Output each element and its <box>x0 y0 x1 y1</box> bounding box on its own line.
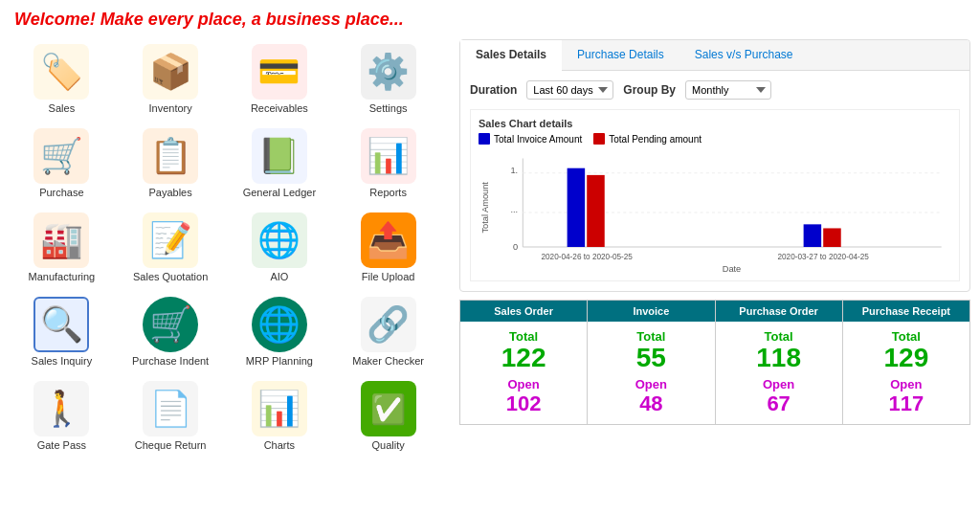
stat-purchase-order-total-label: Total <box>721 329 837 344</box>
indent-icon-item[interactable]: 🛒 Purchase Indent <box>119 292 223 371</box>
inventory-label: Inventory <box>149 102 192 114</box>
filters-row: Duration Last 60 days Last 30 days Last … <box>470 80 960 100</box>
reports-icon-item[interactable]: 📊 Reports <box>336 123 440 203</box>
right-panel: Sales Details Purchase Details Sales v/s… <box>450 34 980 460</box>
quality-icon-item[interactable]: ✅ Quality <box>336 376 440 456</box>
maker-icon-item[interactable]: 🔗 Maker Checker <box>336 292 440 371</box>
groupby-label: Group By <box>623 83 676 97</box>
sales-icon: 🏷️ <box>33 44 89 100</box>
stat-purchase-order-total-value: 118 <box>721 344 837 373</box>
ledger-label: General Ledger <box>243 187 316 198</box>
svg-rect-9 <box>587 175 605 247</box>
svg-text:2020-03-27 to 2020-04-25: 2020-03-27 to 2020-04-25 <box>777 253 869 261</box>
stat-invoice-open-value: 48 <box>592 391 709 416</box>
stat-purchase-order-header: Purchase Order <box>716 301 842 322</box>
purchase-icon-item[interactable]: 🛒 Purchase <box>10 123 114 203</box>
reports-label: Reports <box>369 187 407 198</box>
svg-rect-8 <box>568 168 586 247</box>
chart-svg: Total Amount 0 ... 1. <box>479 150 951 275</box>
duration-label: Duration <box>470 83 517 97</box>
ledger-icon: 📗 <box>252 128 307 184</box>
legend-invoice-label: Total Invoice Amount <box>494 134 582 145</box>
maker-icon: 🔗 <box>361 297 416 352</box>
chart-legend: Total Invoice Amount Total Pending amoun… <box>479 133 951 145</box>
svg-text:Date: Date <box>723 264 742 274</box>
stats-row: Sales Order Total 122 Open 102 Invoice T… <box>459 300 970 425</box>
tabs-container: Sales Details Purchase Details Sales v/s… <box>459 39 970 292</box>
groupby-select[interactable]: Monthly Weekly Daily <box>685 80 771 100</box>
stat-purchase-order[interactable]: Purchase Order Total 118 Open 67 <box>716 301 842 424</box>
receivables-icon-item[interactable]: 💳 Receivables <box>228 39 332 119</box>
svg-text:2020-04-26 to 2020-05-25: 2020-04-26 to 2020-05-25 <box>541 253 633 261</box>
stat-purchase-receipt-total-label: Total <box>848 329 965 344</box>
charts-label: Charts <box>264 439 295 451</box>
duration-select[interactable]: Last 60 days Last 30 days Last 90 days <box>526 80 613 100</box>
stat-purchase-receipt-open-value: 117 <box>848 391 965 416</box>
stat-invoice[interactable]: Invoice Total 55 Open 48 <box>588 301 714 424</box>
purchase-icon: 🛒 <box>33 128 89 184</box>
mrp-icon-item[interactable]: 🌐 MRP Planning <box>228 292 332 371</box>
mrp-icon: 🌐 <box>252 297 307 352</box>
legend-invoice: Total Invoice Amount <box>479 133 582 145</box>
stat-purchase-order-open-label: Open <box>721 377 837 391</box>
receivables-label: Receivables <box>251 102 308 114</box>
receivables-icon: 💳 <box>252 44 307 100</box>
settings-icon-item[interactable]: ⚙️ Settings <box>336 39 440 119</box>
cheque-label: Cheque Return <box>135 439 207 451</box>
manufacturing-icon: 🏭 <box>33 212 89 268</box>
legend-pending: Total Pending amount <box>593 133 702 145</box>
charts-icon-item[interactable]: 📊 Charts <box>228 376 332 456</box>
sales-icon-item[interactable]: 🏷️ Sales <box>10 39 114 119</box>
left-panel: 🏷️ Sales 📦 Inventory 💳 Receivables ⚙️ Se… <box>0 34 450 460</box>
stat-purchase-receipt[interactable]: Purchase Receipt Total 129 Open 117 <box>843 301 969 424</box>
aio-icon-item[interactable]: 🌐 AIO <box>228 208 332 287</box>
svg-text:...: ... <box>510 205 518 214</box>
payables-icon-item[interactable]: 📋 Payables <box>119 123 223 203</box>
reports-icon: 📊 <box>361 128 416 184</box>
inventory-icon-item[interactable]: 📦 Inventory <box>119 39 223 119</box>
indent-label: Purchase Indent <box>132 355 209 367</box>
ledger-icon-item[interactable]: 📗 General Ledger <box>228 123 332 203</box>
svg-text:1.: 1. <box>510 166 518 175</box>
manufacturing-icon-item[interactable]: 🏭 Manufacturing <box>10 208 114 287</box>
maker-label: Maker Checker <box>352 355 424 367</box>
sales-label: Sales <box>49 102 76 114</box>
stat-purchase-receipt-total-value: 129 <box>848 344 965 373</box>
welcome-text: Welcome! Make every place, a business pl… <box>0 0 980 34</box>
gatepass-icon-item[interactable]: 🚶 Gate Pass <box>10 376 114 456</box>
settings-label: Settings <box>369 102 408 114</box>
inquiry-label: Sales Inquiry <box>32 355 93 367</box>
settings-icon: ⚙️ <box>361 44 416 100</box>
manufacturing-label: Manufacturing <box>29 271 96 282</box>
stat-sales-order-open-label: Open <box>465 377 582 391</box>
cheque-icon-item[interactable]: 📄 Cheque Return <box>119 376 223 456</box>
svg-rect-11 <box>823 228 841 247</box>
svg-text:0: 0 <box>513 242 518 252</box>
payables-label: Payables <box>148 187 191 198</box>
charts-icon: 📊 <box>252 381 307 436</box>
gatepass-icon: 🚶 <box>33 381 89 436</box>
quotation-icon-item[interactable]: 📝 Sales Quotation <box>119 208 223 287</box>
tab-sales-details[interactable]: Sales Details <box>460 40 562 71</box>
aio-icon: 🌐 <box>252 212 307 268</box>
stat-sales-order[interactable]: Sales Order Total 122 Open 102 <box>460 301 587 424</box>
payables-icon: 📋 <box>143 128 198 184</box>
tabs-header: Sales Details Purchase Details Sales v/s… <box>460 40 969 71</box>
inquiry-icon-item[interactable]: 🔍 Sales Inquiry <box>10 292 114 371</box>
stat-sales-order-total-value: 122 <box>465 344 582 373</box>
upload-icon: 📤 <box>361 212 416 268</box>
upload-icon-item[interactable]: 📤 File Upload <box>336 208 440 287</box>
inventory-icon: 📦 <box>143 44 198 100</box>
stat-invoice-open-label: Open <box>592 377 709 391</box>
quality-label: Quality <box>372 439 405 451</box>
stat-sales-order-open-value: 102 <box>465 391 582 416</box>
aio-label: AIO <box>270 271 288 282</box>
stat-purchase-order-open-value: 67 <box>721 391 837 416</box>
tab-sales-vs-purchase[interactable]: Sales v/s Purchase <box>679 40 809 70</box>
inquiry-icon: 🔍 <box>33 297 89 352</box>
gatepass-label: Gate Pass <box>37 439 86 451</box>
quotation-icon: 📝 <box>143 212 198 268</box>
tab-purchase-details[interactable]: Purchase Details <box>562 40 679 70</box>
mrp-label: MRP Planning <box>246 355 313 367</box>
indent-icon: 🛒 <box>143 297 198 352</box>
